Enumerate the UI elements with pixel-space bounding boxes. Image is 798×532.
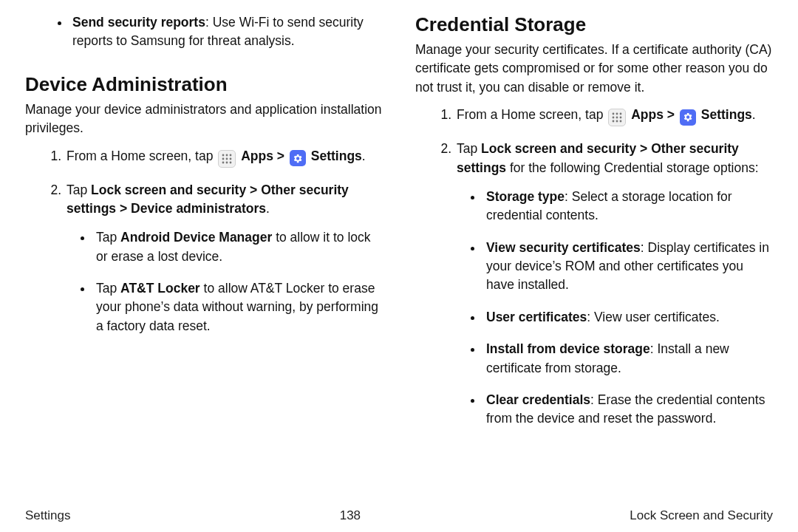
- page-number: 138: [340, 508, 361, 523]
- sub-att: Tap AT&T Locker to allow AT&T Locker to …: [93, 279, 383, 335]
- svg-point-13: [616, 117, 618, 119]
- svg-point-14: [620, 117, 622, 119]
- device-admin-steps: From a Home screen, tap Apps > Settings.: [25, 147, 383, 336]
- footer: Settings 138 Lock Screen and Security: [25, 507, 773, 523]
- credential-steps: From a Home screen, tap Apps > Settings.: [415, 106, 773, 429]
- chevron-icon: >: [120, 201, 127, 216]
- apps-icon: [608, 109, 626, 126]
- settings-label: Settings: [311, 149, 362, 163]
- svg-point-3: [222, 157, 225, 160]
- opt-storage-type: Storage type: Select a storage location …: [483, 188, 773, 225]
- chevron-icon: >: [277, 149, 284, 163]
- svg-point-0: [222, 154, 225, 156]
- columns: Send security reports: Use Wi-Fi to send…: [25, 13, 773, 507]
- credential-options: Storage type: Select a storage location …: [457, 188, 773, 429]
- opt-user-certs: User certificates: View user certificate…: [483, 308, 773, 327]
- step2-subitems: Tap Android Device Manager to allow it t…: [66, 228, 383, 335]
- opt-install: Install from device storage: Install a n…: [483, 340, 773, 378]
- intro-bullet-list: Send security reports: Use Wi-Fi to send…: [25, 13, 383, 51]
- svg-point-9: [613, 113, 615, 115]
- period: .: [752, 107, 756, 122]
- t: User certificates: [486, 310, 587, 324]
- apps-icon: [218, 150, 236, 168]
- t: AT&T Locker: [120, 281, 200, 296]
- t: Storage type: [486, 189, 565, 204]
- step-2: Tap Lock screen and security > Other sec…: [65, 181, 383, 336]
- t: Lock screen and security: [481, 141, 636, 156]
- period: .: [266, 201, 270, 216]
- t: Tap: [96, 281, 120, 296]
- step-1: From a Home screen, tap Apps > Settings.: [65, 147, 383, 168]
- step-1: From a Home screen, tap Apps > Settings.: [455, 106, 773, 126]
- t: Tap: [457, 141, 481, 156]
- period: .: [362, 149, 366, 163]
- svg-point-1: [226, 154, 228, 156]
- s2b: Lock screen and security: [91, 183, 246, 197]
- svg-point-7: [226, 161, 228, 163]
- s2a: Tap: [66, 183, 91, 197]
- right-column: Credential Storage Manage your security …: [415, 13, 773, 507]
- step-2: Tap Lock screen and security > Other sec…: [455, 140, 773, 429]
- t: : View user certificates.: [587, 310, 720, 324]
- svg-point-4: [226, 157, 228, 160]
- svg-point-11: [620, 113, 622, 115]
- t: View security certificates: [486, 240, 641, 255]
- svg-point-6: [222, 161, 225, 163]
- opt-view-certs: View security certificates: Display cert…: [483, 239, 773, 295]
- t: Clear credentials: [486, 392, 590, 407]
- credential-intro: Manage your security certificates. If a …: [415, 41, 773, 97]
- bullet-send-security-reports: Send security reports: Use Wi-Fi to send…: [69, 13, 383, 51]
- device-admin-intro: Manage your device administrators and ap…: [25, 100, 383, 138]
- settings-label: Settings: [701, 107, 752, 122]
- heading-device-administration: Device Administration: [25, 73, 383, 96]
- svg-point-17: [620, 120, 622, 123]
- svg-point-10: [616, 113, 618, 115]
- settings-icon: [290, 150, 306, 166]
- left-column: Send security reports: Use Wi-Fi to send…: [25, 13, 383, 507]
- bullet-lead: Send security reports: [72, 15, 205, 30]
- footer-left: Settings: [25, 508, 70, 523]
- svg-point-12: [613, 117, 615, 119]
- chevron-icon: >: [250, 183, 257, 197]
- heading-credential-storage: Credential Storage: [415, 13, 773, 36]
- svg-point-8: [230, 161, 232, 163]
- chevron-icon: >: [667, 107, 675, 122]
- t: Install from device storage: [486, 341, 650, 356]
- t: for the following Credential storage opt…: [506, 160, 758, 175]
- step1-pre: From a Home screen, tap: [66, 149, 216, 163]
- opt-clear: Clear credentials: Erase the credential …: [483, 391, 773, 429]
- step1-pre: From a Home screen, tap: [457, 107, 607, 122]
- apps-label: Apps: [241, 149, 273, 163]
- svg-point-2: [230, 154, 232, 156]
- svg-point-15: [613, 120, 615, 123]
- sub-adm: Tap Android Device Manager to allow it t…: [93, 228, 383, 266]
- apps-label: Apps: [631, 107, 664, 122]
- page: Send security reports: Use Wi-Fi to send…: [0, 0, 798, 532]
- chevron-icon: >: [640, 141, 647, 156]
- settings-icon: [680, 109, 696, 126]
- t: Tap: [96, 230, 120, 245]
- s2d: Device administrators: [131, 201, 266, 216]
- footer-right: Lock Screen and Security: [630, 508, 773, 523]
- svg-point-16: [616, 120, 618, 123]
- t: Android Device Manager: [120, 230, 272, 245]
- svg-point-5: [230, 157, 232, 160]
